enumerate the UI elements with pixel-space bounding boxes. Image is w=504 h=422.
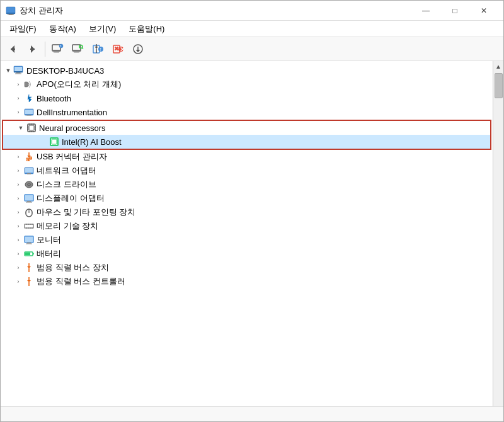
window-controls: — □ ✕ [411, 1, 498, 21]
download-button[interactable] [129, 40, 147, 59]
tree-item-neural[interactable]: ▼ [3, 121, 490, 135]
uninstall-button[interactable]: ✕ [108, 40, 127, 59]
tree-item-display[interactable]: › 디스플레이 어댑터 [1, 191, 493, 205]
svg-rect-68 [27, 173, 31, 174]
computer-icon-button[interactable]: ? [48, 40, 67, 59]
monitor-icon [23, 234, 35, 246]
network-chevron[interactable]: › [13, 166, 23, 176]
memory-chevron[interactable]: › [13, 221, 23, 231]
serial-controller-chevron[interactable]: › [13, 277, 23, 287]
root-chevron[interactable]: ▼ [3, 66, 13, 76]
tree-item-mouse[interactable]: › 마우스 및 기타 포인팅 장치 [1, 205, 493, 219]
monitor-chevron[interactable]: › [13, 235, 23, 245]
serial-controller-icon [23, 276, 35, 287]
menu-help[interactable]: 도움말(H) [122, 22, 171, 36]
svg-point-78 [28, 210, 30, 213]
svg-rect-83 [32, 224, 33, 225]
tree-item-dell[interactable]: › DellInstrumentation [1, 105, 493, 119]
svg-rect-87 [32, 227, 33, 229]
display-chevron[interactable]: › [13, 193, 23, 203]
svg-rect-82 [30, 224, 31, 225]
network-label: 네트워크 어댑터 [37, 165, 96, 176]
svg-rect-41 [25, 110, 33, 114]
tree-item-battery[interactable]: › 배터리 [1, 247, 493, 261]
window-title: 장치 관리자 [20, 5, 411, 16]
bluetooth-icon [23, 93, 35, 104]
tree-item-bus[interactable]: › 범용 직렬 버스 장치 [1, 261, 493, 275]
svg-rect-65 [26, 158, 28, 161]
memory-icon [23, 220, 35, 232]
svg-rect-15 [72, 50, 81, 51]
svg-rect-85 [28, 227, 29, 229]
svg-rect-75 [26, 202, 32, 203]
tree-item-network[interactable]: › 네트워크 어댑터 [1, 164, 493, 178]
svg-rect-84 [26, 227, 27, 229]
usb-icon [23, 151, 35, 163]
svg-marker-33 [136, 50, 140, 52]
svg-rect-3 [8, 14, 14, 15]
serial-controller-label: 범용 직렬 버스 컨트롤러 [37, 276, 125, 287]
bus-label: 범용 직렬 버스 장치 [37, 262, 109, 273]
bluetooth-chevron[interactable]: › [13, 93, 23, 103]
tree-item-disk[interactable]: › 디스크 드라이브 [1, 178, 493, 191]
scroll-thumb[interactable] [495, 73, 503, 98]
statusbar [1, 406, 503, 421]
svg-rect-93 [33, 253, 34, 254]
tree-item-bluetooth[interactable]: › Bluetooth [1, 91, 493, 105]
tree-item-ai-boost[interactable]: Intel(R) AI Boost [3, 135, 490, 149]
audio-chevron[interactable]: › [13, 79, 23, 89]
battery-label: 배터리 [37, 248, 61, 259]
disk-chevron[interactable]: › [13, 180, 23, 190]
dell-chevron[interactable]: › [13, 107, 23, 117]
usb-chevron[interactable]: › [13, 152, 23, 162]
scroll-up-arrow[interactable]: ▲ [493, 61, 504, 72]
maximize-button[interactable]: □ [440, 1, 469, 21]
svg-rect-89 [25, 237, 33, 242]
menu-action[interactable]: 동작(A) [43, 22, 83, 36]
scan-button[interactable] [68, 40, 87, 59]
svg-rect-7 [30, 48, 35, 50]
device-tree[interactable]: ▼ DESKTOP-BJ4UCA3 › [1, 61, 493, 406]
svg-rect-35 [14, 71, 23, 72]
minimize-button[interactable]: — [411, 1, 440, 21]
close-button[interactable]: ✕ [469, 1, 498, 21]
menu-file[interactable]: 파일(F) [3, 22, 43, 36]
dell-icon [23, 106, 35, 118]
svg-rect-16 [75, 51, 78, 52]
tree-item-memory[interactable]: › 메모리 기술 장치 [1, 219, 493, 233]
display-label: 디스플레이 어댑터 [37, 193, 105, 204]
back-button[interactable] [3, 40, 22, 59]
svg-rect-80 [26, 224, 27, 225]
computer-icon [13, 65, 25, 76]
svg-marker-96 [27, 266, 31, 268]
svg-rect-94 [25, 253, 30, 255]
svg-rect-81 [28, 224, 29, 225]
tree-item-serial-controller[interactable]: › 범용 직렬 버스 컨트롤러 [1, 275, 493, 288]
mouse-label: 마우스 및 기타 포인팅 장치 [37, 207, 135, 218]
neural-chevron[interactable]: ▼ [16, 123, 26, 133]
tree-root[interactable]: ▼ DESKTOP-BJ4UCA3 [1, 64, 493, 77]
add-driver-button[interactable]: ↑ [88, 40, 107, 59]
svg-rect-86 [30, 227, 31, 229]
disk-label: 디스크 드라이브 [37, 179, 96, 190]
mouse-chevron[interactable]: › [13, 207, 23, 217]
forward-button[interactable] [23, 40, 42, 59]
vertical-scrollbar[interactable]: ▲ [493, 61, 503, 406]
svg-marker-22 [94, 47, 98, 48]
svg-rect-90 [27, 242, 31, 244]
monitor-label: 모니터 [37, 234, 61, 246]
tree-item-audio[interactable]: › APO(오디오 처리 개체) [1, 77, 493, 91]
tree-item-monitor[interactable]: › 모니터 [1, 233, 493, 247]
ai-boost-icon [49, 136, 60, 147]
svg-rect-9 [52, 50, 60, 51]
toolbar: ? ↑ [1, 37, 503, 61]
svg-rect-11 [54, 52, 59, 52]
bus-chevron[interactable]: › [13, 263, 23, 273]
tree-item-usb[interactable]: › USB 커넥터 관리자 [1, 150, 493, 164]
svg-rect-38 [14, 67, 22, 71]
bluetooth-label: Bluetooth [37, 94, 71, 103]
battery-chevron[interactable]: › [13, 249, 23, 259]
menu-view[interactable]: 보기(V) [83, 22, 122, 36]
neural-label: Neural processors [39, 123, 106, 133]
neural-highlight-box: ▼ [2, 120, 491, 150]
